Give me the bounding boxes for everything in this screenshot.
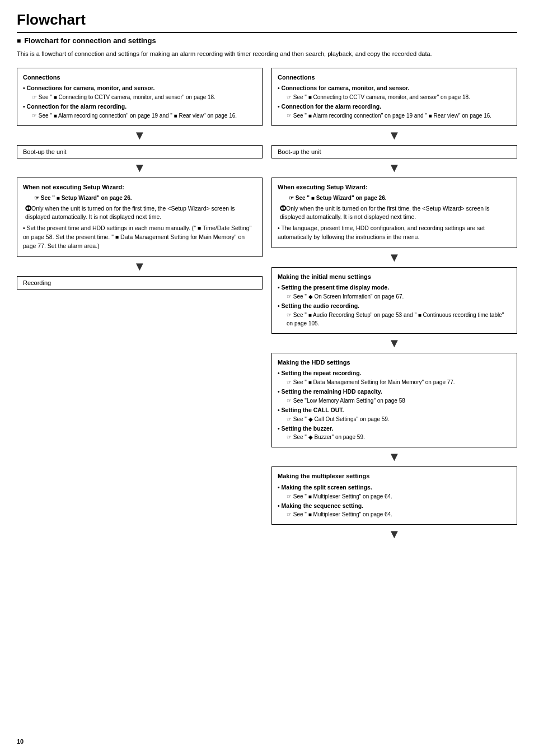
page-title: Flowchart (17, 11, 517, 33)
item-label: Making the sequence setting. (282, 502, 363, 509)
left-setup-list: Set the present time and HDD settings in… (23, 224, 256, 250)
left-setup-box: When not executing Setup Wizard: See " ■… (17, 178, 263, 257)
right-setup-warn: Only when the unit is turned on for the … (280, 205, 490, 220)
left-column: Connections Connections for camera, moni… (17, 68, 263, 544)
list-item: Setting the repeat recording. See " ■ Da… (278, 369, 511, 386)
item-label: Setting the CALL OUT. (282, 407, 344, 413)
intro-text: This is a flowchart of connection and se… (17, 49, 517, 59)
left-setup-ref: See " ■ Setup Wizard" on page 26. (25, 194, 256, 202)
page-number: 10 (17, 738, 24, 745)
list-item: The language, present time, HDD configur… (278, 224, 511, 242)
right-boot-box: Boot-up the unit (271, 145, 517, 158)
list-item: Setting the CALL OUT. See " ◆ Call Out S… (278, 406, 511, 423)
list-item: Making the sequence setting. See " ■ Mul… (278, 502, 511, 519)
item-ref: See " ■ Alarm recording connection" on p… (278, 111, 511, 120)
item-label: Connections for camera, monitor, and sen… (27, 85, 155, 91)
list-item: Connection for the alarm recording. See … (23, 102, 256, 120)
item-ref: See " ■ Audio Recording Setup" on page 5… (278, 311, 511, 328)
right-connections-list: Connections for camera, monitor, and sen… (278, 84, 511, 120)
item-ref: See " ■ Multiplexer Setting" on page 64. (278, 492, 511, 501)
item-label: Connection for the alarm recording. (27, 103, 127, 110)
list-item: Setting the buzzer. See " ◆ Buzzer" on p… (278, 424, 511, 442)
right-setup-title: When executing Setup Wizard: (278, 183, 511, 192)
item-label: The language, present time, HDD configur… (278, 225, 485, 240)
arrow-1: ▼ (134, 129, 146, 142)
arrow-4: ▼ (388, 129, 401, 142)
item-label: Connection for the alarm recording. (282, 103, 382, 110)
item-label: Setting the repeat recording. (282, 370, 362, 376)
list-item: Connection for the alarm recording. See … (278, 102, 511, 120)
item-ref: See " ◆ Call Out Settings" on page 59. (278, 415, 511, 423)
item-ref: See " ■ Connecting to CCTV camera, monit… (278, 93, 511, 101)
arrow-2: ▼ (134, 162, 146, 174)
arrow-9: ▼ (388, 528, 401, 540)
flowchart-columns: Connections Connections for camera, moni… (17, 68, 517, 544)
arrow-6: ▼ (388, 251, 401, 264)
hdd-list: Setting the repeat recording. See " ■ Da… (278, 369, 511, 441)
item-label: Set the present time and HDD settings in… (23, 225, 251, 249)
right-setup-list: The language, present time, HDD configur… (278, 224, 511, 242)
item-ref: See "Low Memory Alarm Setting" on page 5… (278, 396, 511, 405)
list-item: Connections for camera, monitor, and sen… (23, 84, 256, 101)
right-setup-ref: See " ■ Setup Wizard" on page 26. (280, 194, 511, 202)
item-ref: See " ◆ On Screen Information" on page 6… (278, 292, 511, 301)
left-boot-box: Boot-up the unit (17, 145, 263, 158)
item-ref: See " ■ Alarm recording connection" on p… (23, 111, 256, 120)
hdd-box: Making the HDD settings Setting the repe… (271, 353, 517, 448)
left-connections-list: Connections for camera, monitor, and sen… (23, 84, 256, 120)
item-label: Setting the remaining HDD capacity. (282, 388, 382, 395)
initial-menu-box: Making the initial menu settings Setting… (271, 267, 517, 334)
left-connections-title: Connections (23, 73, 256, 82)
hdd-title: Making the HDD settings (278, 358, 511, 367)
arrow-3: ▼ (134, 260, 146, 273)
multiplexer-list: Making the split screen settings. See " … (278, 483, 511, 519)
initial-menu-title: Making the initial menu settings (278, 272, 511, 282)
right-connections-title: Connections (278, 73, 511, 82)
left-setup-title: When not executing Setup Wizard: (23, 183, 256, 192)
item-label: Setting the buzzer. (282, 425, 334, 432)
right-column: Connections Connections for camera, moni… (271, 68, 517, 544)
item-ref: See " ◆ Buzzer" on page 59. (278, 433, 511, 441)
list-item: Setting the remaining HDD capacity. See … (278, 388, 511, 405)
multiplexer-title: Making the multiplexer settings (278, 472, 511, 481)
list-item: Set the present time and HDD settings in… (23, 224, 256, 250)
right-setup-box: When executing Setup Wizard: See " ■ Set… (271, 178, 517, 248)
item-label: Connections for camera, monitor, and sen… (282, 85, 410, 91)
initial-menu-list: Setting the present time display mode. S… (278, 283, 511, 328)
item-ref: See " ■ Multiplexer Setting" on page 64. (278, 510, 511, 519)
item-label: Making the split screen settings. (282, 484, 372, 491)
section-heading: Flowchart for connection and settings (17, 36, 517, 45)
item-ref: See " ■ Data Management Setting for Main… (278, 378, 511, 386)
arrow-8: ▼ (388, 451, 401, 463)
left-connections-box: Connections Connections for camera, moni… (17, 68, 263, 126)
right-connections-box: Connections Connections for camera, moni… (271, 68, 517, 126)
multiplexer-box: Making the multiplexer settings Making t… (271, 466, 517, 525)
list-item: Setting the audio recording. See " ■ Aud… (278, 302, 511, 328)
item-label: Setting the audio recording. (282, 302, 359, 309)
arrow-7: ▼ (388, 337, 401, 349)
left-setup-warn: Only when the unit is turned on for the … (25, 205, 235, 220)
list-item: Connections for camera, monitor, and sen… (278, 84, 511, 101)
recording-box: Recording (17, 276, 263, 290)
arrow-5: ▼ (388, 162, 401, 174)
list-item: Setting the present time display mode. S… (278, 283, 511, 301)
item-ref: See " ■ Connecting to CCTV camera, monit… (23, 93, 256, 101)
item-label: Setting the present time display mode. (282, 284, 390, 291)
list-item: Making the split screen settings. See " … (278, 483, 511, 501)
